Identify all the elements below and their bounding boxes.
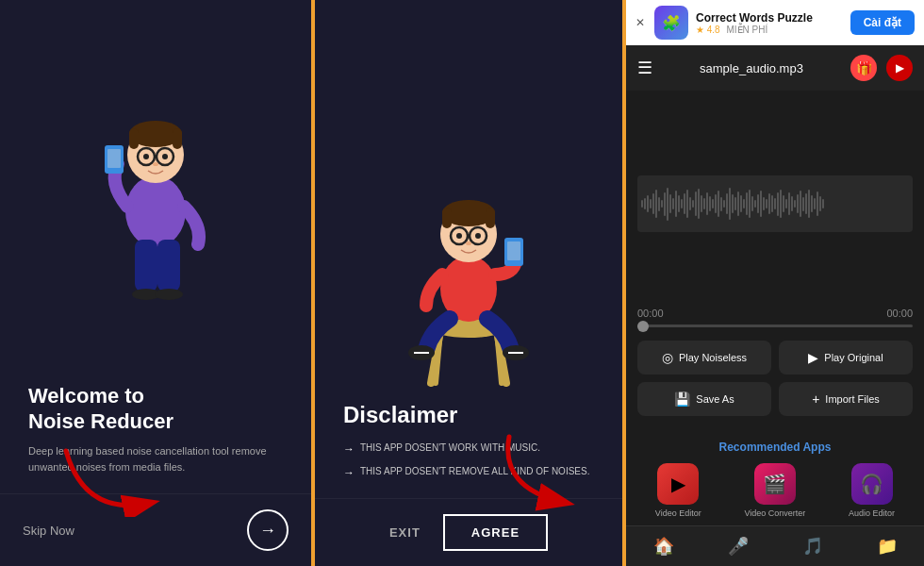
disclaimer-heading: Disclaimer: [343, 402, 594, 428]
left-bottom-bar: Skip Now →: [0, 493, 311, 566]
right-panel: ✕ 🧩 Correct Words Puzzle ★ 4.8 MIỄN PHÍ …: [622, 0, 924, 566]
hamburger-icon[interactable]: ☰: [637, 58, 652, 78]
welcome-description: Deep learning based noise cancellation t…: [28, 443, 283, 474]
profile-icon[interactable]: ▶: [886, 55, 913, 81]
home-icon: 🏠: [653, 536, 674, 557]
ad-app-icon: 🧩: [654, 6, 688, 40]
waveform-bar: [740, 195, 742, 212]
recommended-section: Recommended Apps ▶ Video Editor 🎬 Video …: [626, 433, 924, 525]
save-icon: 💾: [674, 391, 690, 407]
nav-home[interactable]: 🏠: [653, 536, 674, 557]
next-button[interactable]: →: [247, 509, 289, 551]
waveform-bar: [681, 199, 683, 208]
character-area-left: [71, 0, 240, 384]
waveform-bars: const heights = [8,12,18,10,22,30,15,8,2…: [637, 175, 913, 232]
character-area-middle: [374, 0, 563, 402]
waveform-bar: [652, 193, 654, 214]
waveform-bar: [749, 190, 751, 218]
player-area: const heights = [8,12,18,10,22,30,15,8,2…: [626, 91, 924, 433]
waveform-bar: [667, 188, 668, 221]
import-files-button[interactable]: + Import Files: [779, 382, 913, 416]
waveform-bar: [678, 195, 680, 212]
recommended-title: Recommended Apps: [637, 441, 913, 454]
waveform-bar: [794, 200, 796, 208]
waveform-bar: [658, 197, 660, 211]
video-editor-icon: ▶: [657, 463, 699, 505]
gift-icon[interactable]: 🎁: [850, 55, 877, 81]
waveform-bar: [647, 195, 649, 212]
character-left-svg: [71, 89, 240, 306]
waveform-bar: [684, 193, 685, 214]
bottom-nav: 🏠 🎤 🎵 📁: [626, 525, 924, 566]
waveform-bar: [791, 196, 793, 211]
svg-rect-30: [486, 208, 495, 228]
playback-buttons-row2: 💾 Save As + Import Files: [637, 382, 913, 416]
left-panel: Welcome to Noise Reducer Deep learning b…: [0, 0, 311, 566]
play-icon: ▶: [808, 350, 818, 365]
import-icon: +: [812, 391, 819, 407]
waveform-bar: [800, 191, 801, 217]
waveform-bar: [689, 197, 691, 210]
nav-folder[interactable]: 📁: [877, 536, 898, 557]
svg-point-36: [466, 241, 471, 245]
waveform-bar: [802, 197, 804, 211]
svg-point-9: [162, 154, 168, 159]
disclaimer-text-1: THIS APP DOSEN'T WORK WITH MUSIC.: [360, 441, 540, 455]
app-item-video-editor[interactable]: ▶ Video Editor: [655, 463, 701, 518]
arrow-icon-1: →: [343, 441, 355, 458]
nav-microphone[interactable]: 🎤: [728, 536, 749, 557]
save-as-button[interactable]: 💾 Save As: [637, 382, 771, 416]
play-noiseless-button[interactable]: ◎ Play Noiseless: [637, 341, 771, 375]
waveform-bar: [655, 190, 657, 218]
svg-rect-14: [157, 240, 180, 291]
save-as-label: Save As: [696, 393, 734, 405]
agree-button[interactable]: AGREE: [443, 514, 548, 551]
waveform-bar: [695, 191, 697, 216]
waveform-bar: [720, 197, 722, 211]
svg-point-35: [475, 233, 481, 239]
app-item-video-converter[interactable]: 🎬 Video Converter: [744, 463, 805, 518]
player-header: ☰ sample_audio.mp3 🎁 ▶: [626, 45, 924, 91]
waveform-bar: [729, 188, 731, 220]
waveform-bar: [811, 195, 813, 212]
mic-icon: 🎤: [728, 536, 749, 557]
playback-buttons-row1: ◎ Play Noiseless ▶ Play Original: [637, 341, 913, 375]
exit-button[interactable]: EXIT: [389, 525, 421, 540]
waveform-bar: [783, 195, 784, 212]
progress-bar[interactable]: [637, 325, 913, 327]
ad-title: Correct Words Puzzle: [696, 11, 843, 25]
waveform-bar: [723, 200, 725, 208]
progress-thumb: [637, 321, 649, 332]
skip-now-label[interactable]: Skip Now: [23, 524, 74, 538]
ad-install-button[interactable]: Cài đặt: [850, 10, 915, 35]
svg-rect-4: [173, 128, 182, 149]
waveform-bar: [777, 192, 779, 216]
waveform-bar: [641, 200, 643, 208]
waveform-bar: [718, 191, 719, 217]
waveform-bar: [808, 190, 810, 218]
svg-point-0: [125, 175, 186, 247]
waveform-bar: [805, 193, 807, 214]
waveform-bar: [701, 195, 702, 212]
waveform-bar: [785, 199, 787, 208]
nav-music[interactable]: 🎵: [802, 536, 823, 557]
waveform-bar: [819, 196, 821, 211]
waveform-bar: [675, 191, 677, 217]
video-editor-label: Video Editor: [655, 508, 701, 518]
ad-close-button[interactable]: ✕: [635, 16, 645, 29]
waveform-bar: [768, 193, 770, 214]
svg-rect-13: [135, 240, 157, 291]
waveform-bar: [780, 190, 782, 218]
waveform-bar: [797, 194, 799, 213]
waveform-bar: [760, 191, 762, 217]
waveform-bar: [644, 198, 646, 209]
character-middle-svg: [374, 166, 563, 392]
play-original-label: Play Original: [824, 352, 883, 363]
app-item-audio-editor[interactable]: 🎧 Audio Editor: [849, 463, 895, 518]
waveform-bar: [743, 199, 745, 208]
ad-banner: ✕ 🧩 Correct Words Puzzle ★ 4.8 MIỄN PHÍ …: [626, 0, 924, 45]
left-text-content: Welcome to Noise Reducer Deep learning b…: [0, 384, 311, 493]
time-end: 00:00: [886, 308, 913, 319]
play-original-button[interactable]: ▶ Play Original: [779, 341, 913, 375]
next-arrow-icon: →: [259, 521, 276, 541]
